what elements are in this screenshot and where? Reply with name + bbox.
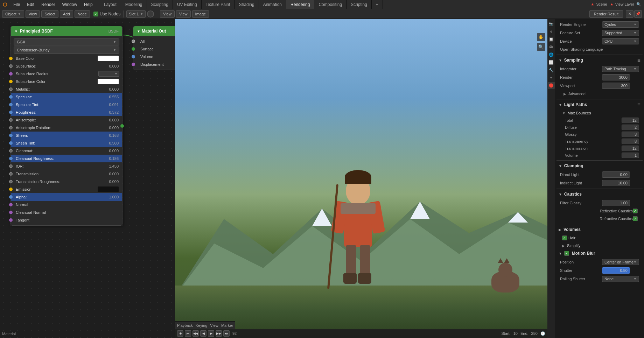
tab-uv-editing[interactable]: UV Editing (173, 0, 202, 9)
device-dropdown[interactable]: CPU ▼ (602, 38, 639, 44)
menu-edit[interactable]: Edit (23, 0, 38, 9)
socket-base-color[interactable] (9, 57, 13, 60)
image-btn[interactable]: Image (192, 10, 209, 18)
tab-shading[interactable]: Shading (235, 0, 259, 9)
clamping-header[interactable]: ▼ Clamping (556, 162, 643, 170)
tab-animation[interactable]: Animation (259, 0, 286, 9)
swatch-base-color[interactable] (98, 56, 119, 61)
swatch-subsurface-color[interactable] (98, 79, 119, 84)
feature-set-dropdown[interactable]: Supported ▼ (602, 30, 639, 36)
shutter-field[interactable]: 0.50 (602, 267, 630, 274)
bounce-total-field[interactable]: 12 (622, 118, 639, 123)
tab-texture-paint[interactable]: Texture Paint (202, 0, 235, 9)
icon-render[interactable]: 📷 (548, 20, 555, 27)
reflective-caustics-checkbox[interactable]: ✓ (633, 209, 638, 213)
bounce-transparency-field[interactable]: 8 (622, 139, 639, 144)
filter-glossy-field[interactable]: 1.00 (602, 200, 630, 206)
menu-window[interactable]: Window (58, 0, 80, 9)
menu-file[interactable]: File (10, 0, 23, 9)
socket-sheen-tint[interactable] (9, 141, 13, 145)
icon-particles[interactable]: ✦ (548, 74, 555, 81)
rolling-shutter-dropdown[interactable]: None ▼ (602, 276, 639, 282)
playback-label[interactable]: Playback (177, 323, 193, 328)
btn-next[interactable]: ▶▶ (216, 330, 222, 337)
integrator-dropdown[interactable]: Path Tracing ▼ (602, 66, 639, 72)
icon-view-layer[interactable]: 🔲 (548, 36, 555, 43)
socket-clearcoat-normal[interactable] (9, 211, 13, 214)
pin-render-btn[interactable]: 📌 (634, 10, 642, 18)
add-btn[interactable]: Add (60, 10, 73, 18)
socket-normal[interactable] (9, 203, 13, 206)
position-dropdown[interactable]: Center on Frame ▼ (602, 259, 639, 265)
motion-blur-checkbox[interactable]: ✓ (564, 251, 569, 256)
tab-rendering[interactable]: Rendering (286, 0, 314, 9)
socket-metallic[interactable] (9, 87, 13, 91)
bounce-diffuse-field[interactable]: 2 (622, 125, 639, 130)
menu-render[interactable]: Render (38, 0, 58, 9)
socket-ior[interactable] (9, 164, 13, 168)
socket-clearcoat-roughness[interactable] (9, 157, 13, 160)
icon-object[interactable]: ⬜ (548, 59, 555, 66)
view-label[interactable]: View (210, 323, 218, 328)
socket-all[interactable] (132, 40, 135, 43)
blender-logo[interactable]: ⬡ (0, 0, 10, 9)
btn-prev-frame[interactable]: ◀◀ (192, 330, 199, 337)
hand-tool[interactable]: ✋ (537, 33, 545, 41)
btn-record[interactable]: ⏺ (177, 330, 183, 337)
subsurface-radius-field[interactable]: ▼ (98, 71, 119, 77)
socket-volume[interactable] (132, 55, 135, 58)
light-paths-header[interactable]: ▼ Light Paths ☰ (556, 101, 643, 108)
tab-compositing[interactable]: Compositing (314, 0, 346, 9)
socket-transmission[interactable] (9, 172, 13, 176)
direct-light-field[interactable]: 0.00 (602, 171, 630, 178)
marker-label[interactable]: Marker (221, 323, 233, 328)
node-canvas[interactable]: ▼ Principled BSDF BSDF GGX ▼ Christensen… (0, 19, 175, 338)
bounce-glossy-field[interactable]: 3 (622, 132, 639, 137)
node-btn[interactable]: Node (75, 10, 90, 18)
icon-modifiers[interactable]: 🔧 (548, 66, 555, 73)
zoom-tool[interactable]: 🔍 (537, 43, 545, 51)
render-viewport[interactable]: ✋ 🔍 ⏺ ⏮ ◀◀ ◀ ▶ ▶▶ ⏭ 92 Start: 10 End: 25… (175, 19, 547, 338)
socket-emission[interactable] (9, 188, 13, 191)
tab-layout[interactable]: Layout (100, 0, 121, 9)
sphere-btn[interactable] (147, 10, 154, 17)
socket-anisotropic-rotation[interactable] (9, 126, 13, 129)
icon-world[interactable]: 🌐 (548, 51, 555, 58)
bounce-transmission-field[interactable]: 12 (622, 146, 639, 151)
caustics-header[interactable]: ▼ Caustics (556, 190, 643, 198)
socket-tangent[interactable] (9, 218, 13, 222)
close-render-btn[interactable]: ✕ (626, 10, 634, 18)
object-mode-btn[interactable]: Object ▼ (2, 10, 24, 18)
socket-specular[interactable] (9, 95, 13, 99)
menu-help[interactable]: Help (80, 0, 96, 9)
socket-anisotropic[interactable] (9, 118, 13, 122)
hair-checkbox[interactable]: ✓ (562, 235, 567, 240)
distribution-dropdown[interactable]: GGX ▼ (14, 38, 119, 45)
icon-output[interactable]: 🖨 (548, 28, 555, 35)
view3-btn[interactable]: View (176, 10, 191, 18)
search-icon[interactable]: 🔍 (636, 2, 641, 7)
icon-scene[interactable]: 🏔 (548, 43, 555, 50)
socket-roughness[interactable] (9, 111, 13, 114)
sampling-section-header[interactable]: ▼ Sampling ☰ (556, 56, 643, 64)
btn-play[interactable]: ▶ (208, 330, 214, 337)
refractive-caustics-checkbox[interactable]: ✓ (633, 216, 638, 221)
tab-sculpting[interactable]: Sculpting (147, 0, 173, 9)
select-btn[interactable]: Select (41, 10, 58, 18)
btn-skip-start[interactable]: ⏮ (185, 330, 191, 337)
tab-modeling[interactable]: Modeling (121, 0, 147, 9)
socket-sheen[interactable] (9, 134, 13, 137)
render-engine-dropdown[interactable]: Cycles ▼ (602, 21, 639, 28)
socket-displacement[interactable] (132, 63, 135, 66)
viewport-samples-field[interactable]: 300 (602, 83, 630, 89)
node-material-output[interactable]: ▼ Material Out All Surface (133, 26, 175, 70)
socket-specular-tint[interactable] (9, 103, 13, 106)
keying-label[interactable]: Keying (196, 323, 208, 328)
node-principled-bsdf[interactable]: ▼ Principled BSDF BSDF GGX ▼ Christensen… (10, 26, 122, 226)
use-nodes-checkbox[interactable]: ✓ (93, 12, 98, 16)
socket-alpha[interactable] (9, 195, 13, 199)
motion-blur-header[interactable]: ▼ ✓ Motion Blur (556, 249, 643, 257)
light-paths-menu[interactable]: ☰ (637, 103, 640, 107)
render-result-btn[interactable]: Render Result (589, 10, 623, 18)
volumes-header[interactable]: ▶ Volumes (556, 226, 643, 233)
